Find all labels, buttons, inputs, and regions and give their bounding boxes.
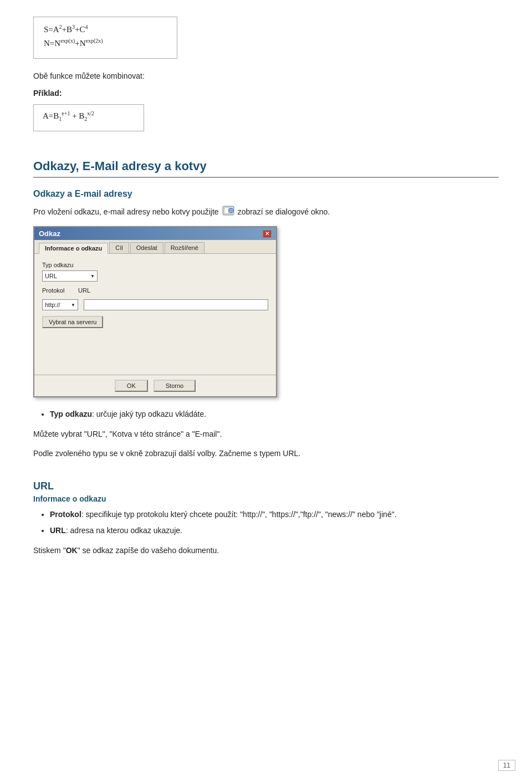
- term-url: URL: [50, 526, 66, 535]
- typ-value: URL: [45, 273, 57, 279]
- protokol-select[interactable]: http:// ▼: [42, 299, 78, 310]
- dialog-close-button[interactable]: ✕: [263, 230, 272, 238]
- bullet-url: URL: adresa na kterou odkaz ukazuje.: [50, 525, 499, 536]
- ok-bold: OK: [66, 546, 78, 555]
- subheading-links-email: Odkazy a E-mail adresy: [33, 189, 499, 199]
- sup-expx: exp(x): [60, 38, 75, 44]
- url-subsection-heading: Informace o odkazu: [33, 494, 499, 503]
- formula-box-1: S=A2+B3+C4 N=Nexp(x)+Nexp(2x): [33, 17, 177, 59]
- dialog-footer: OK Storno: [34, 375, 276, 396]
- term-typ-odkazu: Typ odkazu: [50, 410, 92, 418]
- url-label: URL: [78, 287, 109, 294]
- sup-xd2: x/2: [87, 110, 94, 116]
- protokol-value: http://: [45, 301, 60, 308]
- paragraph-ok: Stiskem "OK" se odkaz zapíše do vašeho d…: [33, 544, 499, 556]
- intro-text-before: Pro vložení odkazu, e-mail adresy nebo k…: [33, 207, 219, 216]
- text-url: adresa na kterou odkaz ukazuje.: [68, 526, 182, 535]
- paragraph-podle: Podle zvoleného typu se v okně zobrazují…: [33, 447, 499, 459]
- tab-odeslat[interactable]: Odeslat: [130, 242, 163, 253]
- dialog-title: Odkaz: [39, 229, 60, 238]
- dialog-spacer: [42, 336, 268, 369]
- url-bullets: Protokol: specifikuje typ protokolu kter…: [50, 509, 499, 536]
- text-protokol: specifikuje typ protokolu který chcete p…: [84, 510, 397, 519]
- paragraph-mozete: Můžete vybrat "URL", "Kotva v této strán…: [33, 428, 499, 440]
- combine-text: Obě funkce můžete kombinovat:: [33, 70, 499, 82]
- svg-rect-1: [224, 208, 228, 213]
- dialog-titlebar: Odkaz ✕: [34, 227, 276, 240]
- dialog-tabs: Informace o odkazu Cíl Odeslat Rozšířené: [34, 240, 276, 254]
- tab-rozsirene[interactable]: Rozšířené: [165, 242, 204, 253]
- link-toolbar-icon: [222, 206, 234, 217]
- combine-intro: Obě funkce můžete kombinovat: Příklad:: [33, 70, 499, 98]
- protokol-url-inputs-row: http:// ▼: [42, 299, 268, 310]
- protokol-arrow-icon: ▼: [71, 303, 75, 308]
- storno-button[interactable]: Storno: [154, 380, 196, 392]
- intro-text-links: Pro vložení odkazu, e-mail adresy nebo k…: [33, 206, 499, 217]
- typ-odkazu-bullets: Typ odkazu: určuje jaký typ odkazu vklád…: [50, 408, 499, 420]
- dialog-wrapper: Odkaz ✕ Informace o odkazu Cíl Odeslat R…: [33, 226, 499, 397]
- term-protokol: Protokol: [50, 510, 81, 519]
- intro-text-after: zobrazí se dialogové okno.: [238, 207, 330, 216]
- server-button[interactable]: Vybrat na serveru: [42, 316, 103, 328]
- sup-3: 3: [72, 24, 75, 30]
- protokol-url-labels-row: Protokol URL: [42, 287, 268, 294]
- dialog-body: Typ odkazu URL ▼ Protokol URL http:// ▼: [34, 254, 276, 375]
- formula-box-2: A=B1e+1 + B2x/2: [33, 104, 144, 131]
- sub-1: 1: [59, 116, 62, 122]
- typ-odkazu-label: Typ odkazu: [42, 262, 268, 268]
- protokol-label: Protokol: [42, 287, 73, 294]
- formula-line-1: S=A2+B3+C4: [44, 24, 167, 34]
- formula-line-3: A=B1e+1 + B2x/2: [43, 110, 135, 122]
- url-section-heading: URL: [33, 481, 499, 492]
- tab-cil[interactable]: Cíl: [109, 242, 129, 253]
- sub-2: 2: [84, 116, 87, 122]
- bullet-typ-odkazu: Typ odkazu: určuje jaký typ odkazu vklád…: [50, 408, 499, 420]
- bullet-protokol: Protokol: specifikuje typ protokolu kter…: [50, 509, 499, 520]
- select-arrow-icon: ▼: [90, 274, 95, 279]
- sup-4: 4: [85, 24, 88, 30]
- page-number-area: 11: [498, 760, 515, 771]
- formula-line-2: N=Nexp(x)+Nexp(2x): [44, 38, 167, 48]
- tab-informace[interactable]: Informace o odkazu: [39, 243, 108, 254]
- page-number-box: 11: [498, 760, 515, 771]
- text-typ-odkazu: určuje jaký typ odkazu vkládáte.: [94, 410, 206, 418]
- sup-exp2x: exp(2x): [86, 38, 103, 44]
- sup-2: 2: [59, 24, 62, 30]
- ok-text-after: " se odkaz zapíše do vašeho dokumentu.: [78, 546, 219, 555]
- ok-text-before: Stiskem ": [33, 546, 66, 555]
- page-number: 11: [503, 761, 510, 769]
- typ-odkazu-row: URL ▼: [42, 270, 268, 282]
- ok-button[interactable]: OK: [115, 380, 148, 392]
- example-label: Příklad:: [33, 89, 499, 98]
- typ-odkazu-select[interactable]: URL ▼: [42, 270, 98, 282]
- dialog-odkaz: Odkaz ✕ Informace o odkazu Cíl Odeslat R…: [33, 226, 277, 397]
- server-btn-wrapper: Vybrat na serveru: [42, 316, 268, 336]
- sup-e1: e+1: [62, 110, 70, 116]
- section-heading-links: Odkazy, E-Mail adresy a kotvy: [33, 159, 499, 178]
- url-input[interactable]: [84, 299, 268, 310]
